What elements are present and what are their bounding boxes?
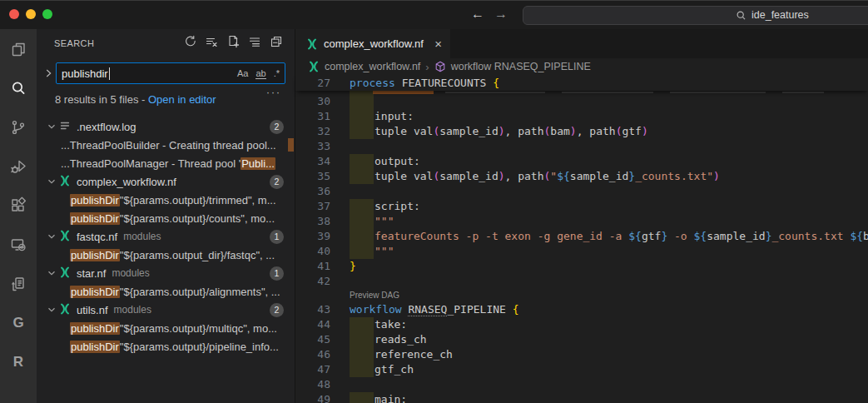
indent-highlight <box>350 362 374 377</box>
code-line-text: process FEATURECOUNTS { <box>350 75 499 91</box>
gitlens-icon[interactable]: G <box>0 303 37 342</box>
nextflow-file-icon <box>59 175 72 188</box>
remote-explorer-icon[interactable] <box>0 225 37 264</box>
truncated-match-highlight <box>288 138 294 152</box>
new-search-editor-icon[interactable] <box>226 35 240 48</box>
close-tab-icon[interactable]: × <box>434 37 442 51</box>
code-area[interactable]: 3031input:32tuple val(sample_id), path(b… <box>295 94 868 403</box>
indent-highlight <box>350 169 374 184</box>
regex-toggle[interactable]: .* <box>274 68 280 79</box>
minimize-window-button[interactable] <box>26 9 36 19</box>
panel-title: SEARCH <box>54 38 94 48</box>
file-folder: modules <box>123 231 161 242</box>
result-match-row[interactable]: publishDir "${params.output}/multiqc", m… <box>37 319 295 337</box>
code-line-text: reads_ch <box>374 332 427 347</box>
breadcrumb: complex_workflow.nf › workflow RNASEQ_PI… <box>295 58 868 75</box>
chevron-down-icon[interactable] <box>46 304 59 316</box>
search-icon <box>736 10 746 21</box>
result-match-row[interactable]: ...ThreadPoolManager - Thread pool 'Publ… <box>37 154 295 172</box>
line-number: 46 <box>295 347 330 362</box>
result-file-row[interactable]: star.nfmodules1 <box>37 264 295 282</box>
nextflow-file-icon <box>59 303 72 316</box>
match-count-badge: 1 <box>270 266 284 281</box>
code-line: 49main: <box>295 392 868 403</box>
code-line-text: reference_ch <box>374 347 453 362</box>
code-line: 44take: <box>295 317 868 332</box>
nextflow-file-icon <box>306 38 318 50</box>
codelens-preview-dag[interactable]: Preview DAG <box>350 291 399 300</box>
line-number: 43 <box>295 302 330 317</box>
explorer-icon[interactable] <box>0 29 37 68</box>
search-icon[interactable] <box>0 68 37 107</box>
command-center-search[interactable]: ide_features <box>523 6 868 25</box>
result-file-row[interactable]: utils.nfmodules2 <box>37 301 295 319</box>
maximize-window-button[interactable] <box>42 9 52 19</box>
indent-highlight <box>350 199 374 214</box>
code-line: 46reference_ch <box>295 347 868 362</box>
whole-word-toggle[interactable]: ab <box>255 68 265 79</box>
result-match-row[interactable]: publishDir "${params.output}/counts", mo… <box>37 209 295 227</box>
doc-sync-icon[interactable] <box>0 264 37 303</box>
refresh-icon[interactable] <box>183 35 196 48</box>
close-window-button[interactable] <box>9 9 19 19</box>
sticky-scroll-line[interactable]: 27process FEATURECOUNTS { <box>295 75 868 91</box>
breadcrumb-symbol[interactable]: workflow RNASEQ_PIPELINE <box>451 61 591 72</box>
search-sidebar: SEARCH publishdir Aa ab .* ··· 8 results… <box>37 29 295 403</box>
search-input[interactable]: publishdir Aa ab .* <box>56 62 285 84</box>
code-line: 42 <box>295 274 868 289</box>
match-highlight: publishDir <box>70 249 120 261</box>
search-results-tree: .nextflow.log2...ThreadPoolBuilder - Cre… <box>37 117 295 356</box>
vscode-window: ← → ide_features GR SEARCH publishdir Aa… <box>0 0 868 403</box>
chevron-down-icon[interactable] <box>46 231 59 242</box>
toggle-replace-chevron-icon[interactable] <box>42 67 54 79</box>
line-number: 32 <box>295 124 330 139</box>
r-language-icon[interactable]: R <box>0 342 37 381</box>
result-file-row[interactable]: complex_workflow.nf2 <box>37 172 295 191</box>
collapse-all-icon[interactable] <box>270 35 283 48</box>
code-line-text: gtf_ch <box>374 362 414 377</box>
toggle-search-details[interactable]: ··· <box>266 87 281 98</box>
chevron-down-icon[interactable] <box>46 121 59 132</box>
code-line-text: workflow RNASEQ_PIPELINE { <box>350 302 519 317</box>
partial-bottom-icon[interactable] <box>0 381 37 403</box>
code-line: 31input: <box>295 109 868 124</box>
file-folder: modules <box>112 267 149 279</box>
results-summary: 8 results in 5 files - Open in editor <box>55 93 216 106</box>
code-line: 45reads_ch <box>295 332 868 347</box>
result-match-row[interactable]: publishDir "${params.output}/pipeline_in… <box>37 337 295 356</box>
result-match-row[interactable]: publishDir "${params.output}/alignments"… <box>37 282 295 301</box>
breadcrumb-file[interactable]: complex_workflow.nf <box>325 61 420 72</box>
extensions-icon[interactable] <box>0 186 37 225</box>
match-count-badge: 1 <box>270 230 284 244</box>
breadcrumb-separator: › <box>425 61 429 73</box>
line-number: 42 <box>295 274 330 289</box>
open-in-editor-link[interactable]: Open in editor <box>148 93 216 106</box>
editor-group[interactable]: complex_workflow.nf × complex_workflow.n… <box>295 29 868 403</box>
result-match-row[interactable]: publishDir "${params.output_dir}/fastqc"… <box>37 246 295 264</box>
view-as-list-icon[interactable] <box>248 35 261 48</box>
source-control-icon[interactable] <box>0 107 37 147</box>
code-line-text: } <box>350 259 356 274</box>
file-name: star.nf <box>77 267 106 280</box>
file-folder: modules <box>114 304 151 316</box>
tab-complex-workflow[interactable]: complex_workflow.nf × <box>295 29 450 58</box>
result-match-row[interactable]: ...ThreadPoolBuilder - Creating thread p… <box>37 136 295 154</box>
forward-arrow-icon[interactable]: → <box>494 7 508 22</box>
clear-results-icon[interactable] <box>205 35 218 48</box>
indent-highlight <box>350 214 374 229</box>
run-debug-icon[interactable] <box>0 147 37 186</box>
line-number: 39 <box>295 229 330 244</box>
result-match-row[interactable]: publishDir "${params.output}/trimmed", m… <box>37 191 295 209</box>
chevron-down-icon[interactable] <box>46 176 59 187</box>
code-line-text: take: <box>374 317 407 332</box>
result-file-row[interactable]: .nextflow.log2 <box>37 117 295 136</box>
result-file-row[interactable]: fastqc.nfmodules1 <box>37 227 295 246</box>
back-arrow-icon[interactable]: ← <box>471 7 484 22</box>
code-line: 43workflow RNASEQ_PIPELINE { <box>295 302 868 317</box>
chevron-down-icon[interactable] <box>46 267 59 279</box>
nextflow-file-icon <box>59 230 72 243</box>
match-case-toggle[interactable]: Aa <box>237 68 248 79</box>
code-line: 48 <box>295 377 868 392</box>
code-line: 40""" <box>295 244 868 259</box>
indent-highlight <box>350 124 374 139</box>
